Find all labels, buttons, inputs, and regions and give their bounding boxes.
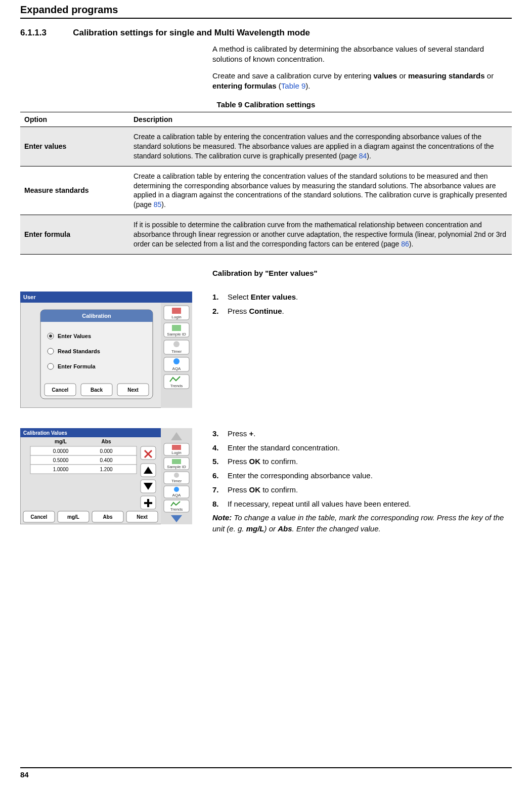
table-caption: Table 9 Calibration settings (20, 100, 512, 109)
svg-text:0.000: 0.000 (100, 448, 112, 454)
svg-text:mg/L: mg/L (55, 439, 67, 444)
svg-text:Cancel: Cancel (31, 514, 48, 520)
svg-rect-41 (172, 445, 181, 450)
svg-text:Calibration Values: Calibration Values (23, 430, 67, 436)
page-link-85[interactable]: 85 (154, 200, 162, 209)
svg-point-27 (48, 363, 54, 369)
svg-rect-60 (30, 455, 137, 465)
page-link-86[interactable]: 86 (401, 240, 409, 248)
svg-rect-8 (172, 325, 181, 331)
svg-text:mg/L: mg/L (67, 514, 79, 520)
svg-text:Login: Login (171, 450, 182, 455)
svg-text:Read Standards: Read Standards (58, 348, 100, 354)
step-1: 1.Select Enter values. (212, 292, 512, 303)
svg-point-23 (49, 335, 52, 338)
desc-cell: Create a calibration table by entering t… (129, 127, 512, 167)
svg-point-14 (173, 358, 180, 364)
svg-text:0.0000: 0.0000 (53, 448, 69, 454)
svg-text:Cancel: Cancel (52, 387, 69, 393)
svg-rect-1 (20, 292, 192, 303)
step-5: 5.Press OK to confirm. (212, 456, 512, 467)
section-number: 6.1.1.3 (20, 28, 71, 38)
step-4: 4.Enter the standard concentration. (212, 442, 512, 453)
section-heading: 6.1.1.3 Calibration settings for single … (20, 28, 512, 38)
intro-para-2: Create and save a calibration curve by e… (212, 71, 507, 92)
screenshot-calibration-dialog: User Login Sample ID Timer AQA (20, 292, 192, 408)
svg-text:Calibration: Calibration (82, 313, 111, 319)
footer-rule (20, 767, 512, 768)
intro-para-1: A method is calibrated by determining th… (212, 44, 507, 65)
svg-text:0.400: 0.400 (100, 458, 112, 463)
subsection-heading: Calibration by "Enter values" (212, 269, 512, 277)
svg-text:1.0000: 1.0000 (53, 467, 69, 472)
step-6: 6.Enter the corresponding absorbance val… (212, 470, 512, 481)
section-title: Calibration settings for single and Mult… (73, 28, 310, 38)
svg-text:Next: Next (127, 387, 139, 393)
svg-text:Sample ID: Sample ID (167, 465, 186, 469)
header-rule (20, 18, 512, 19)
page-number: 84 (20, 770, 512, 779)
svg-point-50 (174, 487, 179, 492)
svg-text:Enter Values: Enter Values (58, 333, 91, 339)
svg-point-11 (173, 341, 180, 347)
svg-text:Back: Back (91, 387, 103, 393)
step-2: 2.Press Continue. (212, 306, 512, 317)
svg-point-25 (48, 348, 54, 354)
steps-1: 1.Select Enter values. 2.Press Continue. (212, 292, 512, 320)
calibration-settings-table: Option Description Enter values Create a… (20, 112, 512, 255)
svg-text:Timer: Timer (171, 479, 182, 483)
desc-cell: Create a calibration table by entering t… (129, 166, 512, 215)
note: Note: To change a value in the table, ma… (212, 512, 512, 534)
svg-text:Abs: Abs (103, 514, 113, 520)
table-row: Enter formula If it is possible to deter… (20, 215, 512, 255)
option-cell: Enter values (20, 127, 129, 167)
svg-text:Login: Login (171, 315, 182, 319)
page-link-84[interactable]: 84 (359, 152, 367, 160)
running-header: Expanded programs (20, 0, 512, 18)
step-3: 3.Press +. (212, 428, 512, 439)
svg-text:Enter Formula: Enter Formula (58, 363, 96, 369)
option-cell: Measure standards (20, 166, 129, 215)
svg-text:AQA: AQA (172, 493, 182, 497)
svg-rect-5 (172, 308, 181, 314)
svg-text:1.200: 1.200 (100, 467, 112, 472)
svg-text:Sample ID: Sample ID (167, 332, 186, 337)
table-row: Measure standards Create a calibration t… (20, 166, 512, 215)
table-row: Enter values Create a calibration table … (20, 127, 512, 167)
svg-rect-44 (172, 459, 181, 464)
th-description: Description (129, 112, 512, 127)
svg-rect-63 (30, 465, 137, 474)
intro-block: A method is calibrated by determining th… (212, 44, 507, 91)
svg-text:Timer: Timer (171, 349, 182, 354)
svg-text:Next: Next (137, 514, 148, 520)
svg-text:AQA: AQA (172, 366, 182, 371)
th-option: Option (20, 112, 129, 127)
svg-text:Trends: Trends (170, 507, 183, 512)
svg-text:User: User (23, 294, 36, 300)
svg-text:Trends: Trends (170, 384, 183, 388)
option-cell: Enter formula (20, 215, 129, 255)
step-8: 8.If necessary, repeat until all values … (212, 498, 512, 510)
step-7: 7.Press OK to confirm. (212, 484, 512, 495)
svg-text:0.5000: 0.5000 (53, 458, 69, 463)
desc-cell: If it is possible to determine the calib… (129, 215, 512, 255)
steps-2: 3.Press +. 4.Enter the standard concentr… (212, 428, 512, 534)
table-9-link[interactable]: Table 9 (281, 81, 305, 90)
svg-text:Abs: Abs (102, 439, 111, 444)
svg-point-47 (174, 473, 179, 478)
svg-rect-57 (30, 446, 137, 455)
footer: 84 (20, 767, 512, 779)
screenshot-calibration-values: Calibration Values Login Sample ID Timer… (20, 428, 192, 524)
